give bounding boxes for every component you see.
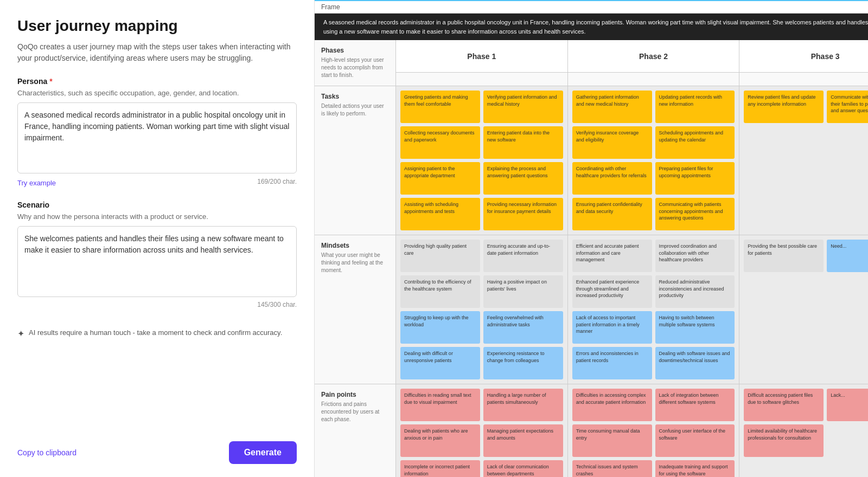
persona-label: Persona * <box>17 77 297 86</box>
scenario-input[interactable]: She welcomes patients and handles their … <box>17 226 297 297</box>
mindsets-title: Mindsets <box>321 242 389 249</box>
frame-label: Frame <box>315 0 868 14</box>
tasks-row: Tasks Detailed actions your user is like… <box>315 86 868 235</box>
scenario-char-count: 145/300 char. <box>257 301 297 308</box>
list-item: Lack of integration between different so… <box>655 389 735 421</box>
phase2-header: Phase 2 <box>568 40 739 73</box>
list-item: Providing high quality patient care <box>400 240 480 272</box>
phases-header-row: Phase 1 Phase 2 Phase 3 <box>396 40 868 86</box>
pain-title: Pain points <box>321 391 389 398</box>
pain-phase1: Difficulties in reading small text due t… <box>396 384 568 477</box>
list-item: Incomplete or incorrect patient informat… <box>400 460 480 477</box>
list-item: Having to switch between multiple softwa… <box>655 311 735 344</box>
tasks-phase1: Greeting patients and making them feel c… <box>396 86 568 235</box>
list-item: Limited availability of healthcare profe… <box>744 424 824 457</box>
list-item: Review patient files and update any inco… <box>744 91 824 123</box>
phases-row-header: Phases High-level steps your user needs … <box>315 40 396 86</box>
generate-button[interactable]: Generate <box>229 441 297 464</box>
left-panel: User journey mapping QoQo creates a user… <box>0 0 315 477</box>
mindsets-phase3: Providing the best possible care for pat… <box>739 235 868 384</box>
phase3-header: Phase 3 <box>739 40 868 73</box>
phase2-col-header: Phase 2 <box>568 40 740 86</box>
list-item: Communicate with patients and their fami… <box>827 91 868 123</box>
pain-row-header: Pain points Frictions and pains encounte… <box>315 384 396 477</box>
pain-phases: Difficulties in reading small text due t… <box>396 384 868 477</box>
mindsets-desc: What your user might be thinking and fee… <box>321 252 389 274</box>
page-subtitle: QoQo creates a user journey map with the… <box>17 41 297 64</box>
list-item: Entering patient data into the new softw… <box>483 126 563 159</box>
list-item: Difficult accessing patient files due to… <box>744 389 824 421</box>
tasks-title: Tasks <box>321 93 389 100</box>
phases-desc: High-level steps your user needs to acco… <box>321 56 389 79</box>
list-item: Feeling overwhelmed with administrative … <box>483 311 563 344</box>
list-item: Time consuming manual data entry <box>572 424 652 457</box>
mindsets-row-header: Mindsets What your user might be thinkin… <box>315 235 396 384</box>
list-item: Communicating with patients concerning a… <box>655 198 735 230</box>
tasks-phase2-cards: Gathering patient information and new me… <box>568 86 739 235</box>
journey-table: A seasoned medical records administrator… <box>315 14 868 477</box>
mindsets-phase2: Efficient and accurate patient informati… <box>568 235 740 384</box>
tasks-phase3: Review patient files and update any inco… <box>739 86 868 235</box>
list-item: Assisting with scheduling appointments a… <box>400 198 480 230</box>
list-item: Confusing user interface of the software <box>655 424 735 457</box>
phase1-header: Phase 1 <box>396 40 567 73</box>
pain-phase1-cards: Difficulties in reading small text due t… <box>396 384 567 477</box>
tasks-phases: Greeting patients and making them feel c… <box>396 86 868 235</box>
pain-phase2: Difficulties in accessing complex and ac… <box>568 384 740 477</box>
list-item: Providing necessary information for insu… <box>483 198 563 230</box>
mindsets-phase1-cards: Providing high quality patient care Ensu… <box>396 235 567 384</box>
list-item: Inadequate training and support for usin… <box>655 460 735 477</box>
journey-canvas[interactable]: A seasoned medical records administrator… <box>315 14 868 477</box>
list-item: Having a positive impact on patients' li… <box>483 275 563 308</box>
list-item: Greeting patients and making them feel c… <box>400 91 480 123</box>
list-item: Enhanced patient experience through stre… <box>572 275 652 308</box>
page-title: User journey mapping <box>17 17 297 35</box>
list-item: Difficulties in reading small text due t… <box>400 389 480 421</box>
list-item: Collecting necessary documents and paper… <box>400 126 480 159</box>
list-item: Assigning patient to the appropriate dep… <box>400 162 480 195</box>
mindsets-phases: Providing high quality patient care Ensu… <box>396 235 868 384</box>
list-item: Technical issues and system crashes <box>572 460 652 477</box>
list-item: Handling a large number of patients simu… <box>483 389 563 421</box>
list-item: Improved coordination and collaboration … <box>655 240 735 272</box>
mindsets-row: Mindsets What your user might be thinkin… <box>315 235 868 384</box>
list-item: Ensuring patient confidentiality and dat… <box>572 198 652 230</box>
list-item: Lack... <box>827 389 868 421</box>
list-item: Providing the best possible care for pat… <box>744 240 824 272</box>
list-item: Ensuring accurate and up-to-date patient… <box>483 240 563 272</box>
list-item: Efficient and accurate patient informati… <box>572 240 652 272</box>
pain-desc: Frictions and pains encountered by users… <box>321 401 389 423</box>
pain-phase3-cards: Difficult accessing patient files due to… <box>739 384 868 477</box>
phase1-col-header: Phase 1 <box>396 40 568 86</box>
list-item: Dealing with difficult or unresponsive p… <box>400 347 480 379</box>
list-item: Lack of access to important patient info… <box>572 311 652 344</box>
bottom-bar: Copy to clipboard Generate <box>17 433 297 464</box>
mindsets-phase2-cards: Efficient and accurate patient informati… <box>568 235 739 384</box>
list-item: Experiencing resistance to change from c… <box>483 347 563 379</box>
try-example-link[interactable]: Try example <box>17 179 56 187</box>
tasks-desc: Detailed actions your user is likely to … <box>321 102 389 118</box>
phases-title: Phases <box>321 47 389 54</box>
list-item: Scheduling appointments and updating the… <box>655 126 735 159</box>
persona-char-count: 169/200 char. <box>257 178 297 185</box>
persona-section: Persona * Characteristics, such as speci… <box>17 77 297 190</box>
pain-phase2-cards: Difficulties in accessing complex and ac… <box>568 384 739 477</box>
copy-button[interactable]: Copy to clipboard <box>17 448 76 457</box>
persona-input[interactable]: A seasoned medical records administrator… <box>17 102 297 173</box>
persona-desc: Characteristics, such as specific occupa… <box>17 89 297 97</box>
list-item: Dealing with software issues and downtim… <box>655 347 735 379</box>
scenario-label: Scenario <box>17 201 297 209</box>
pain-phase3: Difficult accessing patient files due to… <box>739 384 868 477</box>
list-item: Preparing patient files for upcoming app… <box>655 162 735 195</box>
pain-points-row: Pain points Frictions and pains encounte… <box>315 384 868 477</box>
list-item: Gathering patient information and new me… <box>572 91 652 123</box>
list-item: Reduced administrative inconsistencies a… <box>655 275 735 308</box>
scenario-desc: Why and how the persona interacts with a… <box>17 212 297 221</box>
tasks-phase1-cards: Greeting patients and making them feel c… <box>396 86 567 235</box>
list-item: Errors and inconsistencies in patient re… <box>572 347 652 379</box>
right-panel: Frame A seasoned medical records adminis… <box>315 0 868 477</box>
list-item: Updating patient records with new inform… <box>655 91 735 123</box>
list-item: Need... <box>827 240 868 272</box>
list-item: Difficulties in accessing complex and ac… <box>572 389 652 421</box>
list-item: Coordinating with other healthcare provi… <box>572 162 652 195</box>
